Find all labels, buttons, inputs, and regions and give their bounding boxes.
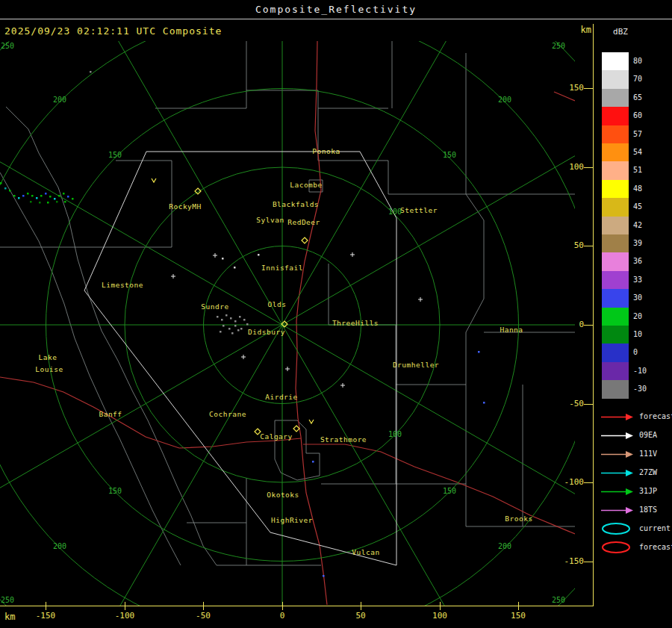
legend-sidebar [596,20,672,628]
x-axis-tick-label: -50 [185,611,221,621]
x-axis-tick-label: 150 [500,611,536,621]
x-axis-tick-label: 100 [422,611,458,621]
x-axis-tick [440,602,441,610]
y-axis-tick-label: 100 [550,162,584,172]
x-axis-tick [125,602,125,610]
x-axis-unit-label: km [4,612,15,622]
y-axis-tick [584,246,593,246]
y-axis-tick [584,325,593,326]
axis-labels-layer: 150100500-50-100-150-150-100-50050100150 [0,0,672,628]
x-axis-tick [203,602,204,610]
x-axis-tick [46,602,46,610]
y-axis-tick [584,482,593,483]
y-axis-tick [584,562,593,562]
y-axis-tick [584,404,593,405]
x-axis-tick-label: -150 [28,611,63,621]
x-axis-tick [282,602,283,610]
y-axis-tick [584,88,593,89]
y-axis-tick-label: 150 [550,83,584,93]
radar-app-window: Composite_Reflectivity 2025/09/23 02:12:… [0,0,672,628]
x-axis-tick-label: -100 [107,611,143,621]
y-axis-tick-label: 0 [550,320,584,330]
x-axis-tick [518,602,519,610]
x-axis-tick-label: 50 [343,611,379,621]
x-axis-tick [361,602,361,610]
x-axis-tick-label: 0 [264,611,300,621]
colorbar-title: dBZ [597,27,644,37]
y-axis-tick [584,167,593,168]
y-axis-tick-label: -50 [550,399,584,409]
y-axis-tick-label: -150 [550,556,584,567]
y-axis-tick-label: -100 [550,477,584,488]
y-axis-tick-label: 50 [550,240,584,251]
